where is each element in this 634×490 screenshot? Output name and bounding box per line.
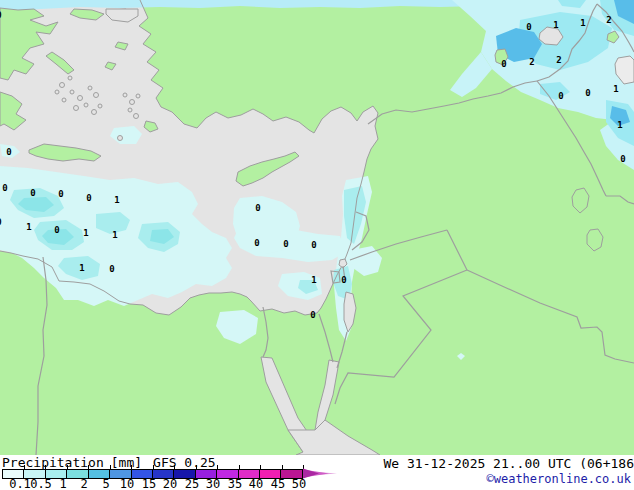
precip-value-label: 0 [526, 22, 531, 32]
precip-value-label: 1 [613, 84, 618, 94]
precip-value-label: 0 [310, 310, 315, 320]
precip-value-label: 0 [620, 154, 625, 164]
colorbar-scale-label: 15 [142, 479, 156, 490]
precip-value-label: 0 [0, 217, 2, 227]
colorbar-scale-label: 0.1 [9, 479, 31, 490]
precip-value-label: 2 [529, 57, 534, 67]
colorbar-scale-label: 10 [120, 479, 134, 490]
precip-value-label: 0 [501, 59, 506, 69]
colorbar-scale-label: 0.5 [30, 479, 52, 490]
colorbar-scale-label: 30 [206, 479, 220, 490]
precip-value-label: 0 [86, 193, 91, 203]
precip-value-label: 0 [254, 238, 259, 248]
valid-datetime: We 31-12-2025 21..00 UTC (06+186 [384, 456, 634, 471]
precip-value-label: 0 [255, 203, 260, 213]
precip-value-label: 1 [114, 195, 119, 205]
colorbar-scale-label: 2 [80, 479, 87, 490]
precip-value-label: 0 [6, 147, 11, 157]
copyright: ©weatheronline.co.uk [487, 472, 632, 486]
colorbar-labels: 0.10.5125101520253035404550 [2, 479, 332, 490]
colorbar-scale-label: 35 [228, 479, 242, 490]
colorbar-scale-label: 20 [163, 479, 177, 490]
weather-map-screen: 001120220011000000101011100000100 Precip… [0, 0, 634, 490]
precip-value-label: 1 [580, 18, 585, 28]
precip-value-label: 0 [311, 240, 316, 250]
colorbar-scale-label: 45 [271, 479, 285, 490]
precip-value-label: 1 [112, 230, 117, 240]
precip-value-label: 0 [283, 239, 288, 249]
precip-value-label: 0 [0, 10, 2, 20]
precip-value-label: 1 [79, 263, 84, 273]
precip-value-label: 2 [606, 15, 611, 25]
colorbar-scale-label: 50 [292, 479, 306, 490]
precip-value-label: 1 [553, 20, 558, 30]
precip-value-label: 0 [2, 183, 7, 193]
precip-value-label: 0 [58, 189, 63, 199]
map-area: 001120220011000000101011100000100 [0, 0, 634, 455]
map-svg: 001120220011000000101011100000100 [0, 0, 634, 455]
precip-value-label: 0 [585, 88, 590, 98]
precip-value-label: 0 [54, 225, 59, 235]
precip-value-label: 1 [26, 222, 31, 232]
colorbar-scale-label: 1 [59, 479, 66, 490]
legend-bar: Precipitation[mm]GFS 0.25 0.10.512510152… [0, 455, 634, 490]
precip-value-label: 2 [556, 55, 561, 65]
colorbar-scale-label: 40 [249, 479, 263, 490]
precip-value-label: 1 [617, 120, 622, 130]
colorbar-scale-label: 25 [185, 479, 199, 490]
precip-value-label: 0 [558, 91, 563, 101]
precip-value-label: 0 [341, 275, 346, 285]
precip-value-label: 1 [83, 228, 88, 238]
precip-value-label: 1 [311, 275, 316, 285]
precip-value-label: 0 [30, 188, 35, 198]
colorbar-scale-label: 5 [102, 479, 109, 490]
precip-value-label: 0 [109, 264, 114, 274]
